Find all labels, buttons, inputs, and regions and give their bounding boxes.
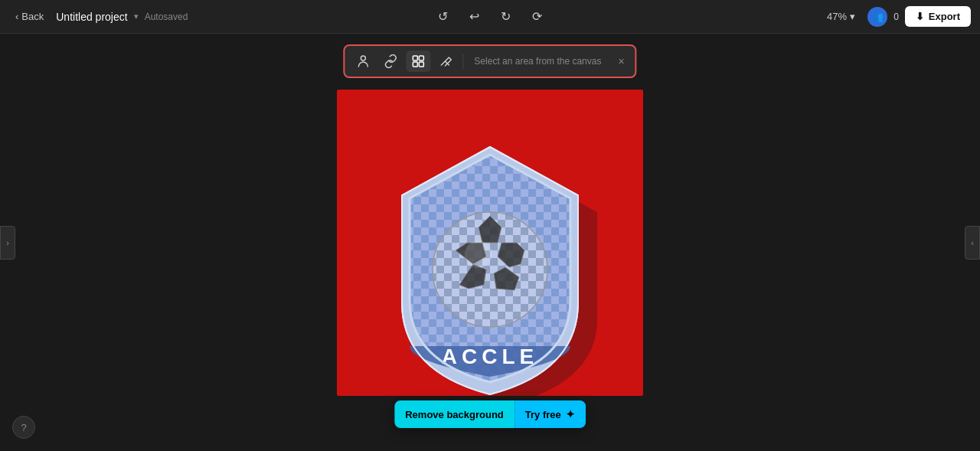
select-area-icon (411, 54, 425, 68)
history-back-button[interactable]: ↺ (433, 6, 452, 27)
right-panel-toggle[interactable]: ‹ (965, 226, 980, 260)
header-center: ↺ ↩ ↻ ⟳ (433, 6, 547, 27)
svg-rect-4 (419, 62, 423, 67)
zoom-level: 47% (827, 11, 847, 22)
link-icon (384, 54, 397, 68)
refresh-button[interactable]: ⟳ (528, 6, 547, 27)
person-icon (356, 54, 370, 68)
back-button[interactable]: ‹ Back (9, 8, 50, 25)
toolbar-hint: Select an area from the canvas (468, 56, 607, 67)
remove-bg-button[interactable]: Remove background (394, 400, 514, 428)
export-button[interactable]: ⬇ Export (905, 6, 971, 27)
svg-text:ACCLE: ACCLE (442, 345, 538, 368)
help-button[interactable]: ? (12, 416, 35, 439)
zoom-chevron-icon: ▾ (850, 11, 855, 22)
try-free-label: Try free (525, 409, 561, 420)
eraser-button[interactable] (433, 51, 458, 72)
eraser-icon (439, 54, 452, 68)
project-chevron-icon[interactable]: ▾ (134, 11, 139, 21)
back-label: Back (21, 11, 44, 22)
header-right: 47% ▾ 👥 0 ⬇ Export (821, 6, 971, 27)
header-left: ‹ Back Untitled project ▾ Autosaved (9, 8, 821, 25)
badge-svg: ACCLE (337, 90, 643, 396)
select-area-button[interactable] (406, 51, 430, 72)
right-chevron-icon: ‹ (971, 238, 974, 247)
export-label: Export (929, 11, 960, 22)
remove-bg-label: Remove background (405, 409, 504, 420)
svg-rect-2 (419, 56, 423, 60)
try-free-button[interactable]: Try free ✦ (514, 400, 586, 428)
person-select-button[interactable] (351, 51, 375, 72)
link-button[interactable] (378, 51, 403, 72)
undo-button[interactable]: ↩ (465, 6, 484, 27)
left-panel-toggle[interactable]: › (0, 226, 15, 260)
header: ‹ Back Untitled project ▾ Autosaved ↺ ↩ … (0, 0, 980, 34)
redo-button[interactable]: ↻ (496, 6, 515, 27)
toolbar-close-button[interactable]: × (613, 52, 629, 70)
back-chevron-icon: ‹ (15, 11, 18, 22)
svg-rect-3 (413, 62, 417, 67)
toolbar-divider (462, 54, 463, 69)
help-label: ? (21, 422, 26, 433)
svg-point-0 (361, 56, 365, 60)
zoom-control[interactable]: 47% ▾ (821, 8, 861, 25)
left-chevron-icon: › (6, 238, 9, 247)
notif-count: 0 (893, 11, 899, 22)
canvas-image[interactable]: ACCLE (337, 90, 643, 396)
canvas-area: Select an area from the canvas × › (0, 34, 980, 451)
autosaved-label: Autosaved (145, 11, 188, 22)
remove-bg-popup: Remove background Try free ✦ (394, 400, 586, 428)
collab-button[interactable]: 👥 (867, 7, 887, 27)
project-name[interactable]: Untitled project (56, 11, 127, 23)
collab-icon: 👥 (872, 11, 884, 22)
svg-rect-1 (413, 56, 417, 60)
floating-toolbar: Select an area from the canvas × (343, 44, 636, 78)
download-icon: ⬇ (916, 11, 924, 22)
sparkle-icon: ✦ (566, 408, 575, 420)
svg-point-16 (465, 240, 492, 268)
